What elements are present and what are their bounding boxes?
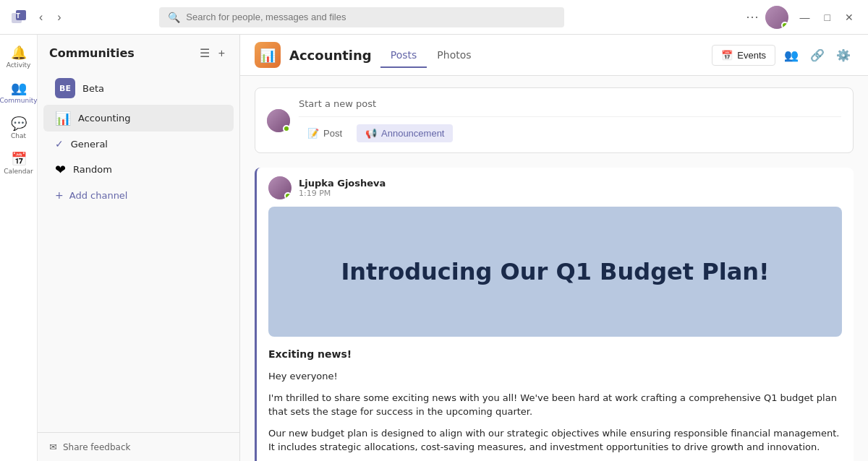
post-timestamp: 1:19 PM — [299, 189, 386, 198]
svg-text:T: T — [16, 13, 20, 20]
community-label: Community — [0, 97, 38, 104]
general-channel-name: General — [71, 139, 222, 150]
feedback-icon: ✉ — [49, 441, 57, 452]
post-body: Exciting news! Hey everyone! I'm thrille… — [257, 347, 854, 461]
new-post-box-inner: Start a new post 📝 Post 📢 Announcement — [299, 98, 841, 142]
posts-area[interactable]: Start a new post 📝 Post 📢 Announcement — [240, 76, 868, 461]
post-exciting-heading: Exciting news! — [268, 347, 842, 362]
search-icon: 🔍 — [168, 12, 180, 23]
left-nav: 🔔 Activity 👥 Community 💬 Chat 📅 Calendar — [0, 35, 38, 461]
announcement-icon: 📢 — [365, 128, 377, 139]
accounting-emoji: 📊 — [55, 111, 71, 126]
calendar-icon: 📅 — [11, 151, 27, 166]
post-banner-text: Introducing Our Q1 Budget Plan! — [326, 244, 783, 300]
new-post-placeholder[interactable]: Start a new post — [299, 98, 841, 109]
channel-item-accounting[interactable]: 📊 Accounting ··· — [43, 105, 234, 132]
add-community-button[interactable]: + — [216, 45, 228, 61]
tab-posts[interactable]: Posts — [380, 43, 427, 68]
sidebar-item-calendar[interactable]: 📅 Calendar — [3, 147, 35, 179]
forward-button[interactable]: › — [53, 8, 65, 27]
sidebar-actions: ☰ + — [197, 45, 228, 61]
events-button[interactable]: 📅 Events — [712, 45, 775, 66]
sidebar-title: Communities — [49, 46, 135, 60]
post-avatar — [268, 176, 292, 199]
new-post-presence — [283, 125, 290, 132]
random-emoji: ❤️ — [55, 162, 66, 177]
chat-label: Chat — [11, 132, 26, 139]
feedback-text: Share feedback — [63, 442, 131, 452]
channel-header-icon: 📊 — [255, 42, 281, 68]
random-channel-name: Random — [73, 164, 222, 175]
announcement-button[interactable]: 📢 Announcement — [357, 124, 453, 142]
events-label: Events — [737, 50, 766, 61]
add-channel[interactable]: + Add channel — [43, 184, 234, 207]
channel-header-title: Accounting — [289, 48, 372, 63]
search-input[interactable] — [186, 12, 556, 22]
sidebar-item-activity[interactable]: 🔔 Activity — [3, 40, 35, 73]
new-post-actions: 📝 Post 📢 Announcement — [299, 116, 841, 142]
post-banner-image: Introducing Our Q1 Budget Plan! — [268, 207, 842, 337]
beta-channel-name: Beta — [82, 83, 206, 94]
content-area: 📊 Accounting Posts Photos 📅 Events 👥 🔗 ⚙… — [240, 35, 868, 461]
post-button[interactable]: 📝 Post — [299, 124, 351, 142]
calendar-label: Calendar — [4, 168, 33, 175]
more-options-button[interactable]: ··· — [746, 9, 759, 25]
filter-button[interactable]: ☰ — [197, 45, 213, 61]
link-button[interactable]: 🔗 — [807, 46, 827, 65]
settings-button[interactable]: ⚙️ — [833, 46, 854, 65]
sidebar-items: BE Beta ··· 📊 Accounting ··· ✓ General ❤… — [38, 69, 239, 432]
window-controls: — □ ✕ — [794, 9, 859, 26]
post-label: Post — [323, 128, 342, 139]
post-message: Ljupka Gjosheva 1:19 PM Introducing Our … — [255, 168, 854, 461]
post-body-1: I'm thrilled to share some exciting news… — [268, 391, 842, 419]
channel-header-actions: 📅 Events 👥 🔗 ⚙️ — [712, 45, 854, 66]
activity-label: Activity — [7, 61, 31, 69]
channel-tabs: Posts Photos — [380, 43, 482, 67]
top-bar-right: ··· — □ ✕ — [746, 6, 859, 29]
beta-avatar: BE — [55, 78, 75, 98]
accounting-channel-name: Accounting — [78, 113, 206, 124]
teams-logo: T — [9, 7, 29, 27]
announcement-label: Announcement — [381, 128, 444, 139]
search-bar[interactable]: 🔍 — [159, 7, 564, 27]
channel-item-beta[interactable]: BE Beta ··· — [43, 72, 234, 104]
top-bar-left: T — [9, 7, 29, 27]
activity-icon: 🔔 — [11, 45, 27, 60]
channel-header: 📊 Accounting Posts Photos 📅 Events 👥 🔗 ⚙… — [240, 35, 868, 76]
top-bar: T ‹ › 🔍 ··· — □ ✕ — [0, 0, 868, 35]
minimize-button[interactable]: — — [794, 9, 816, 26]
user-avatar[interactable] — [765, 6, 788, 29]
post-icon: 📝 — [307, 128, 319, 139]
post-header: Ljupka Gjosheva 1:19 PM — [257, 168, 854, 207]
channel-item-general[interactable]: ✓ General — [43, 132, 234, 155]
sidebar-footer[interactable]: ✉ Share feedback — [38, 432, 239, 461]
channel-icon-emoji: 📊 — [260, 48, 276, 63]
post-author-name: Ljupka Gjosheva — [299, 178, 386, 189]
post-presence-indicator — [284, 192, 292, 199]
tab-photos[interactable]: Photos — [427, 43, 481, 68]
back-button[interactable]: ‹ — [35, 8, 47, 27]
community-icon: 👥 — [11, 80, 27, 95]
general-check-icon: ✓ — [55, 138, 64, 150]
sidebar: Communities ☰ + BE Beta ··· 📊 Accounting… — [38, 35, 240, 461]
sidebar-header: Communities ☰ + — [38, 35, 239, 69]
post-body-2: Our new budget plan is designed to align… — [268, 426, 842, 454]
post-greeting: Hey everyone! — [268, 369, 842, 384]
new-post-avatar — [267, 109, 290, 132]
main-layout: 🔔 Activity 👥 Community 💬 Chat 📅 Calendar… — [0, 35, 868, 461]
post-author-info: Ljupka Gjosheva 1:19 PM — [299, 178, 386, 198]
members-button[interactable]: 👥 — [781, 46, 801, 65]
close-button[interactable]: ✕ — [839, 9, 859, 26]
sidebar-item-community[interactable]: 👥 Community — [3, 76, 35, 108]
add-channel-label: Add channel — [69, 190, 128, 201]
new-post-box: Start a new post 📝 Post 📢 Announcement — [255, 87, 854, 153]
maximize-button[interactable]: □ — [819, 9, 836, 26]
add-channel-icon: + — [55, 189, 64, 201]
chat-icon: 💬 — [11, 116, 27, 131]
channel-item-random[interactable]: ❤️ Random — [43, 156, 234, 183]
events-icon: 📅 — [721, 50, 733, 61]
presence-indicator — [781, 22, 788, 29]
beta-avatar-text: BE — [59, 84, 71, 93]
sidebar-item-chat[interactable]: 💬 Chat — [3, 111, 35, 144]
